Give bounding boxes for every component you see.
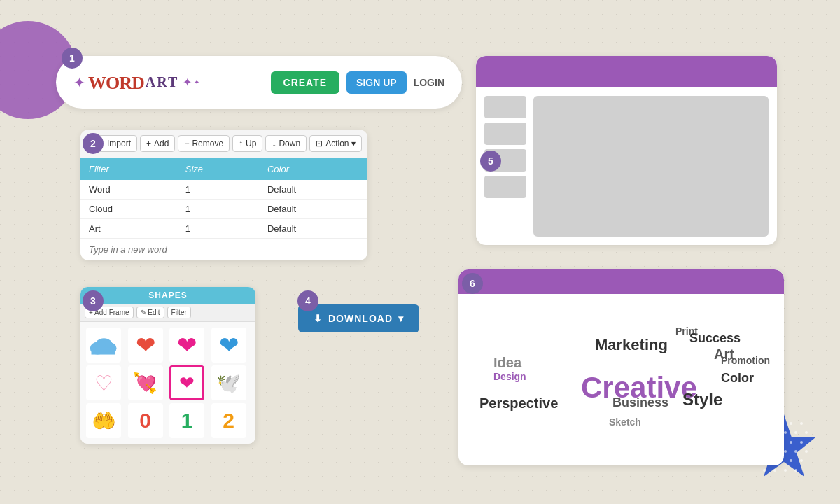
svg-point-26	[763, 469, 766, 472]
sparkle3-icon: ✦	[194, 78, 200, 86]
shape-heart-box[interactable]: ❤	[169, 365, 204, 400]
new-word-input[interactable]	[80, 238, 368, 260]
shape-cloud[interactable]	[86, 328, 121, 363]
logo-word: WORD	[88, 71, 144, 94]
word-table: Filter Size Color Word 1 Default Cloud 1…	[80, 158, 368, 238]
word-list-panel: 📋 Import + Add − Remove ↑ Up ↓ Down ⊡ Ac…	[80, 130, 368, 260]
color-cell: Default	[259, 180, 368, 200]
table-row[interactable]: Art 1 Default	[80, 219, 368, 239]
shape-heart-outline-pink[interactable]: ♡	[86, 365, 121, 400]
step-badge-2: 2	[83, 133, 104, 154]
remove-button[interactable]: − Remove	[178, 135, 230, 152]
create-button[interactable]: CREATE	[271, 71, 340, 94]
cloud-word: Promotion	[721, 355, 770, 366]
svg-point-10	[805, 431, 808, 434]
col-filter: Filter	[80, 158, 177, 180]
word-cell: Word	[80, 180, 177, 200]
word-cell: Art	[80, 219, 177, 239]
shapes-title: SHAPES	[80, 287, 255, 304]
svg-point-20	[805, 450, 808, 453]
table-header-row: Filter Size Color	[80, 158, 368, 180]
word-cloud: CreativeMarketingPrintSuccessArtIdeaDesi…	[472, 304, 770, 455]
svg-point-25	[800, 459, 803, 462]
remove-icon: −	[184, 139, 189, 148]
word-cloud-header	[458, 270, 784, 294]
color-cell: Default	[259, 200, 368, 219]
login-button[interactable]: LOGIN	[414, 77, 444, 88]
edit-button[interactable]: ✎ Edit	[136, 307, 164, 318]
nav-buttons: CREATE SIGN UP LOGIN	[271, 71, 444, 94]
svg-point-24	[790, 459, 792, 462]
preview-main	[533, 96, 769, 237]
cloud-word: Perspective	[479, 396, 558, 412]
svg-point-27	[774, 469, 776, 472]
step-badge-1: 1	[62, 48, 83, 69]
shape-heart-red[interactable]: ❤	[128, 328, 163, 363]
svg-point-18	[784, 450, 787, 453]
sidebar-item-1	[484, 96, 526, 118]
sparkle-icon: ✦	[74, 74, 85, 91]
svg-point-19	[794, 450, 797, 453]
sidebar-item-2	[484, 122, 526, 145]
shapes-grid: ❤ ❤ ❤ ♡ 💘 ❤ 🕊️ 🤲 0 1 2	[80, 322, 255, 444]
word-cell: Cloud	[80, 200, 177, 219]
up-icon: ↑	[239, 139, 243, 148]
down-icon: ↓	[272, 139, 276, 148]
svg-point-9	[794, 431, 797, 434]
shape-zero[interactable]: 0	[128, 403, 163, 438]
cloud-word: Color	[721, 371, 754, 386]
cloud-word: Marketing	[595, 336, 668, 354]
step-badge-6: 6	[462, 273, 483, 294]
table-row[interactable]: Cloud 1 Default	[80, 200, 368, 219]
size-cell: 1	[177, 219, 259, 239]
cloud-word: Style	[682, 390, 722, 410]
shape-one[interactable]: 1	[169, 403, 204, 438]
svg-point-14	[790, 441, 792, 444]
size-cell: 1	[177, 200, 259, 219]
cloud-word: Business	[612, 396, 668, 410]
step-badge-3: 3	[83, 290, 104, 312]
shape-heart-arrow[interactable]: 💘	[128, 365, 163, 400]
color-cell: Default	[259, 219, 368, 239]
size-cell: 1	[177, 180, 259, 200]
word-cloud-panel: CreativeMarketingPrintSuccessArtIdeaDesi…	[458, 270, 784, 465]
filter-button[interactable]: Filter	[167, 307, 191, 318]
add-icon: +	[146, 139, 151, 148]
sidebar-item-4	[484, 176, 526, 198]
chevron-down-icon: ▾	[351, 139, 356, 148]
cloud-word: Idea	[493, 355, 522, 371]
step-badge-5: 5	[480, 150, 501, 172]
svg-point-5	[800, 422, 803, 425]
download-icon: ⬇	[314, 313, 323, 324]
add-button[interactable]: + Add	[140, 135, 175, 152]
download-button[interactable]: ⬇ CREATE DOWNLOAD ▾	[298, 304, 419, 332]
preview-body	[476, 88, 777, 245]
shape-heart-blue[interactable]: ❤	[211, 328, 246, 363]
shapes-toolbar: + Add Frame ✎ Edit Filter	[80, 304, 255, 322]
svg-point-4	[790, 422, 792, 425]
wordart-navbar: ✦ WORD ART ✦ ✦ CREATE SIGN UP LOGIN	[56, 56, 462, 108]
cloud-word: Success	[690, 331, 741, 346]
col-size: Size	[177, 158, 259, 180]
up-button[interactable]: ↑ Up	[232, 135, 262, 152]
preview-panel	[476, 56, 777, 245]
shape-two[interactable]: 2	[211, 403, 246, 438]
action-icon: ⊡	[316, 139, 323, 148]
shapes-panel: SHAPES + Add Frame ✎ Edit Filter ❤ ❤ ❤ ♡	[80, 287, 255, 444]
table-row[interactable]: Word 1 Default	[80, 180, 368, 200]
down-button[interactable]: ↓ Down	[265, 135, 307, 152]
svg-point-29	[794, 469, 797, 472]
step-badge-4: 4	[298, 290, 318, 312]
dropdown-icon: ▾	[398, 313, 404, 324]
action-button[interactable]: ⊡ Action ▾	[309, 135, 362, 152]
shape-dove[interactable]: 🕊️	[211, 365, 246, 400]
signup-button[interactable]: SIGN UP	[346, 71, 407, 94]
shape-hands-heart[interactable]: 🤲	[86, 403, 121, 438]
col-color: Color	[259, 158, 368, 180]
sparkle2-icon: ✦	[183, 76, 192, 89]
cloud-word: Sketch	[609, 416, 641, 428]
word-cloud-body: CreativeMarketingPrintSuccessArtIdeaDesi…	[458, 294, 784, 465]
svg-rect-33	[91, 348, 115, 354]
svg-point-28	[784, 469, 787, 472]
shape-heart-pink[interactable]: ❤	[169, 328, 204, 363]
